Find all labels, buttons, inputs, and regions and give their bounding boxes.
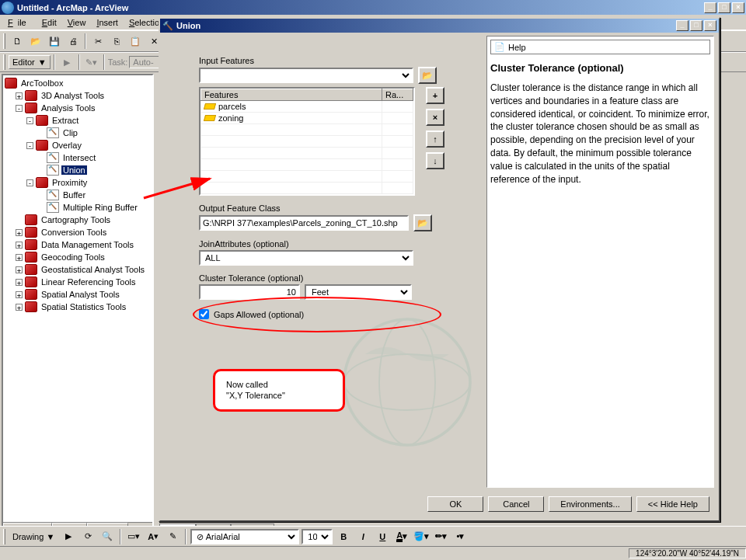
tree-item-conversion-tools[interactable]: +Conversion Tools (5, 226, 151, 238)
menu-edit[interactable]: Edit (37, 16, 61, 29)
tree-item-union[interactable]: Union (5, 164, 151, 176)
paste-button[interactable]: 📋 (127, 33, 144, 50)
expand-icon[interactable]: - (26, 117, 33, 124)
tree-label: Linear Referencing Tools (40, 277, 137, 287)
hide-help-button[interactable]: << Hide Help (636, 496, 709, 512)
copy-button[interactable]: ⎘ (108, 33, 125, 50)
tree-item-proximity[interactable]: -Proximity (5, 176, 151, 189)
expand-icon[interactable]: + (16, 279, 23, 286)
expand-icon[interactable]: - (26, 179, 33, 186)
cluster-unit-select[interactable]: Feet (305, 284, 412, 300)
rotate-button[interactable]: ⟳ (79, 528, 96, 545)
maximize-button[interactable]: □ (718, 2, 730, 13)
fill-color-button[interactable]: 🪣▾ (413, 528, 430, 545)
tree-item-spatial-statistics-tools[interactable]: +Spatial Statistics Tools (5, 301, 151, 313)
tree-label: Geostatistical Analyst Tools (40, 265, 146, 274)
tree-item-extract[interactable]: -Extract (5, 114, 151, 127)
cluster-value-input[interactable] (199, 284, 300, 300)
dialog-titlebar[interactable]: 🔨 Union _ □ × (160, 19, 719, 33)
tree-item-data-management-tools[interactable]: +Data Management Tools (5, 238, 151, 251)
help-title: Cluster Tolerance (optional) (490, 62, 710, 74)
expand-icon[interactable]: + (16, 266, 23, 273)
select-elements-button[interactable]: ▶ (60, 528, 77, 545)
cut-button[interactable]: ✂ (89, 33, 106, 50)
bold-button[interactable]: B (335, 528, 352, 545)
add-feature-button[interactable]: + (426, 87, 444, 104)
output-path-input[interactable] (199, 215, 409, 231)
minimize-button[interactable]: _ (704, 2, 716, 13)
expand-icon[interactable]: - (26, 142, 33, 149)
browse-output-button[interactable]: 📂 (413, 214, 432, 231)
tree-item-buffer[interactable]: Buffer (5, 189, 151, 201)
print-button[interactable]: 🖨 (64, 33, 82, 50)
toolbox-root[interactable]: ArcToolbox (5, 77, 151, 89)
zoom-button[interactable]: 🔍 (99, 528, 116, 545)
drawing-menu[interactable]: Drawing ▼ (9, 530, 58, 543)
browse-input-button[interactable]: 📂 (418, 67, 437, 84)
open-button[interactable]: 📂 (27, 33, 44, 50)
sketch-tool[interactable]: ✎▾ (83, 54, 100, 71)
table-row: parcels (201, 101, 413, 113)
tree-item-overlay[interactable]: -Overlay (5, 139, 151, 151)
tree-item-geostatistical-analyst-tools[interactable]: +Geostatistical Analyst Tools (5, 263, 151, 276)
script-icon (47, 165, 59, 176)
italic-button[interactable]: I (354, 528, 371, 545)
tree-item-analysis-tools[interactable]: -Analysis Tools (5, 102, 151, 114)
tree-item-3d-analyst-tools[interactable]: +3D Analyst Tools (5, 89, 151, 102)
tree-item-clip[interactable]: Clip (5, 127, 151, 139)
expand-icon[interactable]: + (16, 242, 23, 249)
environments-button[interactable]: Environments... (549, 496, 631, 512)
menu-view[interactable]: View (63, 16, 91, 29)
edit-vertices-button[interactable]: ✎ (164, 528, 181, 545)
expand-icon[interactable]: + (16, 254, 23, 261)
dialog-close[interactable]: × (704, 20, 716, 31)
menu-insert[interactable]: Insert (92, 16, 123, 29)
dialog-minimize[interactable]: _ (676, 20, 688, 31)
tree-label: Data Management Tools (40, 240, 135, 249)
ranks-col-header[interactable]: Ra... (382, 89, 413, 101)
features-table[interactable]: Features Ra... parcels zoning (199, 87, 415, 196)
expand-icon[interactable]: - (16, 105, 23, 112)
font-color-button[interactable]: A▾ (393, 528, 410, 545)
tree-item-multiple-ring-buffer[interactable]: Multiple Ring Buffer (5, 201, 151, 214)
tree-item-spatial-analyst-tools[interactable]: +Spatial Analyst Tools (5, 288, 151, 301)
ok-button[interactable]: OK (427, 496, 483, 512)
size-select[interactable]: 10 (302, 529, 333, 544)
script-icon (47, 202, 59, 213)
move-up-button[interactable]: ↑ (426, 130, 444, 148)
menu-file[interactable]: File (3, 16, 36, 29)
tree-item-geocoding-tools[interactable]: +Geocoding Tools (5, 251, 151, 263)
edit-arrow-button[interactable]: ▶ (58, 54, 75, 71)
help-body: Cluster tolerance is the distance range … (490, 82, 710, 186)
join-label: JoinAttributes (optional) (199, 239, 476, 249)
editor-dropdown[interactable]: Editor ▼ (9, 55, 51, 69)
tree-label: Spatial Statistics Tools (40, 302, 127, 311)
input-features-select[interactable] (199, 68, 413, 83)
features-col-header[interactable]: Features (201, 89, 382, 101)
close-button[interactable]: × (732, 2, 744, 13)
tree-item-intersect[interactable]: Intersect (5, 151, 151, 164)
font-select[interactable]: ⊘ ArialArial (190, 529, 299, 544)
join-select[interactable]: ALL (199, 250, 413, 266)
rectangle-tool[interactable]: ▭▾ (125, 528, 142, 545)
expand-icon[interactable]: + (16, 229, 23, 236)
expand-icon[interactable]: + (16, 304, 23, 311)
underline-button[interactable]: U (374, 528, 391, 545)
move-down-button[interactable]: ↓ (426, 152, 444, 169)
new-button[interactable]: 🗋 (9, 33, 26, 50)
tree-item-linear-referencing-tools[interactable]: +Linear Referencing Tools (5, 276, 151, 288)
gaps-checkbox[interactable] (199, 309, 209, 319)
line-color-button[interactable]: ✏▾ (432, 528, 449, 545)
toolbox-icon (25, 252, 37, 263)
remove-feature-button[interactable]: × (426, 109, 444, 126)
text-tool[interactable]: A▾ (145, 528, 162, 545)
dialog-maximize[interactable]: □ (690, 20, 702, 31)
cancel-button[interactable]: Cancel (488, 496, 544, 512)
tree-item-cartography-tools[interactable]: Cartography Tools (5, 214, 151, 226)
tree-label: Overlay (51, 141, 83, 150)
marker-color-button[interactable]: •▾ (451, 528, 469, 545)
save-button[interactable]: 💾 (46, 33, 63, 50)
tree-label: 3D Analyst Tools (40, 91, 106, 100)
expand-icon[interactable]: + (16, 92, 23, 99)
expand-icon[interactable]: + (16, 291, 23, 298)
